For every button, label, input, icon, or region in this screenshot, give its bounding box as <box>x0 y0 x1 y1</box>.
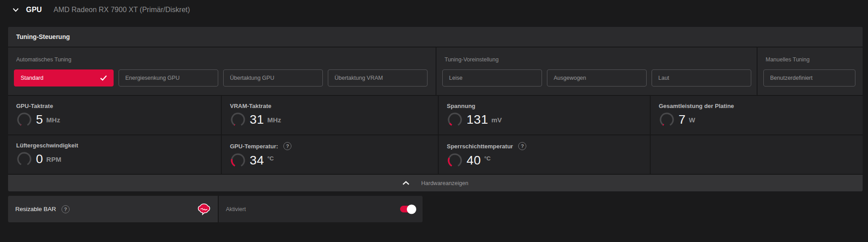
button-label: Übertaktung VRAM <box>335 75 383 81</box>
resizable-bar-panel: Resizable BAR ? Aktiviert <box>8 196 423 222</box>
resizable-bar-label: Resizable BAR <box>15 206 56 212</box>
preset-quiet-button[interactable]: Leise <box>442 69 542 86</box>
metric-unit: MHz <box>267 116 281 124</box>
metric-junction-temperature: Sperrschichttemperatur ? 40 °C <box>439 135 650 174</box>
tuning-panel: Tuning-Steuerung Automatisches Tuning St… <box>8 27 863 191</box>
hardware-monitoring-toggle-bar[interactable]: Hardwareanzeigen <box>8 174 863 191</box>
metric-value: 5 <box>36 112 43 127</box>
metric-unit: RPM <box>46 156 61 163</box>
button-label: Übertaktung GPU <box>230 75 274 81</box>
gauge-icon <box>230 112 246 128</box>
button-label: Benutzerdefiniert <box>770 75 813 81</box>
auto-tuning-section: Automatisches Tuning Standard Energiesen… <box>8 48 436 95</box>
button-label: Standard <box>21 75 44 81</box>
hardware-monitoring-label: Hardwareanzeigen <box>421 180 468 186</box>
button-label: Energiesenkung GPU <box>125 75 180 81</box>
metrics-grid: GPU-Taktrate 5 MHz VRAM-Taktrate 31 <box>8 95 863 174</box>
metric-value: 34 <box>250 153 264 168</box>
gpu-section-header: GPU AMD Radeon RX 7900 XT (Primär/Diskre… <box>13 6 190 14</box>
auto-tuning-standard-button[interactable]: Standard <box>14 69 114 86</box>
metric-fan-speed: Lüftergeschwindigkeit 0 RPM <box>8 135 221 174</box>
gauge-icon <box>16 151 32 167</box>
manual-custom-button[interactable]: Benutzerdefiniert <box>763 69 855 86</box>
panel-title: Tuning-Steuerung <box>8 27 863 48</box>
resizable-bar-status: Aktiviert <box>226 206 246 212</box>
preset-balanced-button[interactable]: Ausgewogen <box>547 69 647 86</box>
metric-empty-cell <box>651 135 863 174</box>
metric-gpu-temperature: GPU-Temperatur: ? 34 °C <box>222 135 438 174</box>
button-label: Ausgewogen <box>554 75 586 81</box>
gauge-icon <box>659 112 675 128</box>
help-icon[interactable]: ? <box>518 142 526 150</box>
check-icon <box>100 75 107 81</box>
manual-tuning-label: Manuelles Tuning <box>766 56 863 63</box>
brain-icon <box>197 203 211 216</box>
chevron-down-icon[interactable] <box>13 8 19 12</box>
device-name: AMD Radeon RX 7900 XT (Primär/Diskret) <box>53 6 190 14</box>
gauge-icon <box>447 112 463 128</box>
resizable-bar-status-row: Aktiviert <box>218 196 423 222</box>
metric-unit: °C <box>484 155 491 162</box>
metric-gpu-clock: GPU-Taktrate 5 MHz <box>8 96 221 134</box>
manual-tuning-section: Manuelles Tuning Benutzerdefiniert <box>757 48 863 95</box>
metric-value: 31 <box>250 112 264 127</box>
metric-label: VRAM-Taktrate <box>230 103 271 109</box>
metric-value: 7 <box>679 112 686 127</box>
gauge-icon <box>16 112 32 128</box>
chevron-up-icon <box>402 181 410 185</box>
metric-value: 40 <box>467 153 481 168</box>
button-label: Leise <box>449 75 463 81</box>
auto-tuning-label: Automatisches Tuning <box>16 56 436 63</box>
metric-label: GPU-Taktrate <box>16 103 53 109</box>
metric-unit: W <box>689 116 695 124</box>
gauge-icon <box>230 152 246 169</box>
metric-value: 131 <box>467 112 488 127</box>
section-title: GPU <box>26 6 42 14</box>
tuning-preset-label: Tuning-Voreinstellung <box>445 56 757 63</box>
metric-label: Sperrschichttemperatur <box>447 143 513 150</box>
resizable-bar-toggle[interactable] <box>400 206 415 212</box>
resizable-bar-header: Resizable BAR ? <box>8 196 218 222</box>
toggle-knob <box>407 204 416 214</box>
metric-unit: mV <box>491 116 502 124</box>
help-icon[interactable]: ? <box>62 205 70 213</box>
metric-vram-clock: VRAM-Taktrate 31 MHz <box>222 96 438 134</box>
metric-value: 0 <box>36 152 43 166</box>
auto-tuning-oc-gpu-button[interactable]: Übertaktung GPU <box>223 69 323 86</box>
preset-loud-button[interactable]: Laut <box>652 69 751 86</box>
metric-voltage: Spannung 131 mV <box>439 96 650 134</box>
button-label: Laut <box>658 75 669 81</box>
metric-label: Lüftergeschwindigkeit <box>16 142 78 149</box>
auto-tuning-oc-vram-button[interactable]: Übertaktung VRAM <box>328 69 427 86</box>
gauge-icon <box>447 152 463 169</box>
metric-label: Spannung <box>447 103 476 109</box>
metric-label: GPU-Temperatur: <box>230 143 278 150</box>
help-icon[interactable]: ? <box>283 142 291 150</box>
tuning-preset-section: Tuning-Voreinstellung Leise Ausgewogen L… <box>436 48 757 95</box>
metric-unit: MHz <box>46 116 60 124</box>
auto-tuning-undervolt-button[interactable]: Energiesenkung GPU <box>119 69 218 86</box>
tuning-controls-row: Automatisches Tuning Standard Energiesen… <box>8 48 863 95</box>
metric-board-power: Gesamtleistung der Platine 7 W <box>651 96 863 134</box>
metric-unit: °C <box>267 155 274 162</box>
metric-label: Gesamtleistung der Platine <box>659 103 734 109</box>
